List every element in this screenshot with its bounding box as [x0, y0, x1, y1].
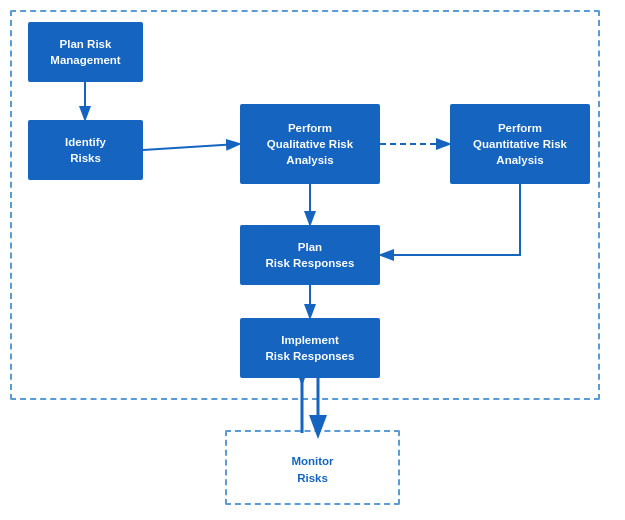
- perform-qualitative-box: PerformQualitative RiskAnalysis: [240, 104, 380, 184]
- plan-risk-management-box: Plan RiskManagement: [28, 22, 143, 82]
- perform-quantitative-box: PerformQuantitative RiskAnalysis: [450, 104, 590, 184]
- implement-risk-responses-box: ImplementRisk Responses: [240, 318, 380, 378]
- plan-risk-responses-box: PlanRisk Responses: [240, 225, 380, 285]
- monitor-risks-box: MonitorRisks: [231, 436, 394, 503]
- diagram-container: Plan RiskManagement IdentifyRisks Perfor…: [0, 0, 625, 520]
- identify-risks-box: IdentifyRisks: [28, 120, 143, 180]
